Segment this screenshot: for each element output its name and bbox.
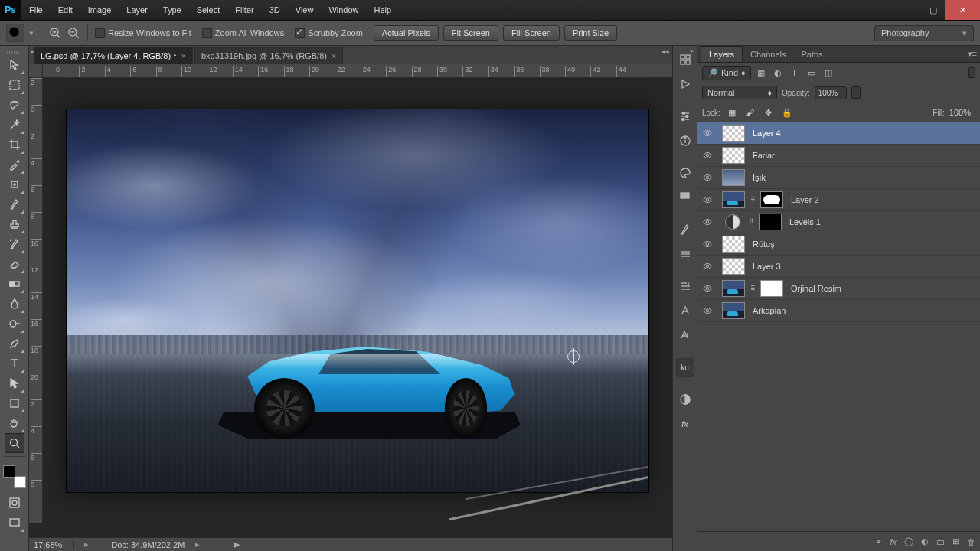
heal-tool[interactable] <box>5 174 24 194</box>
filter-toggle[interactable] <box>968 67 975 78</box>
layer-name[interactable]: Farlar <box>753 151 775 160</box>
link-icon[interactable]: ⠿ <box>748 196 757 204</box>
layer-thumbnail[interactable] <box>725 214 740 230</box>
filter-shape-icon[interactable]: ▭ <box>805 66 818 80</box>
navigator-panel-icon[interactable] <box>676 390 694 409</box>
blend-mode-dropdown[interactable]: Normal♦ <box>702 86 777 99</box>
layer-list[interactable]: Layer 4FarlarIşık⠿Layer 2⠿Levels 1RütuşL… <box>697 122 980 531</box>
zoom-tool[interactable] <box>5 433 24 453</box>
zoom-all-checkbox[interactable]: Zoom All Windows <box>202 28 284 38</box>
brush-presets-icon[interactable] <box>676 245 694 263</box>
menu-filter[interactable]: Filter <box>227 0 261 21</box>
layer-row[interactable]: Işık <box>697 167 980 189</box>
screenmode-toggle[interactable] <box>5 513 24 533</box>
menu-window[interactable]: Window <box>321 0 366 21</box>
expand-left-icon[interactable]: ▸ <box>31 47 34 55</box>
crop-tool[interactable] <box>5 135 24 155</box>
layer-name[interactable]: Rütuş <box>753 240 775 249</box>
layer-row[interactable]: Arkaplan <box>697 300 980 322</box>
menu-file[interactable]: File <box>21 0 51 21</box>
filter-text-icon[interactable]: T <box>788 66 802 80</box>
menu-image[interactable]: Image <box>80 0 119 21</box>
visibility-toggle[interactable] <box>697 300 717 321</box>
color-panel-icon[interactable] <box>676 164 694 182</box>
filter-pixel-icon[interactable]: ▦ <box>754 66 768 80</box>
layer-thumbnail[interactable] <box>722 191 745 208</box>
panel-menu-icon[interactable]: ▾≡ <box>968 49 977 59</box>
layer-row[interactable]: ⠿Layer 2 <box>697 189 980 211</box>
ruler-vertical[interactable]: 2024681012141618202468 <box>29 78 43 523</box>
color-swatches[interactable] <box>3 465 26 488</box>
swatches-panel-icon[interactable] <box>676 188 694 207</box>
link-icon[interactable]: ⠿ <box>748 285 757 292</box>
btn-fill-screen[interactable]: Fill Screen <box>503 25 560 41</box>
workspace-dropdown[interactable]: Photography▾ <box>874 25 974 41</box>
menu-select[interactable]: Select <box>189 0 228 21</box>
blur-tool[interactable] <box>5 294 24 314</box>
close-tab-icon[interactable]: × <box>332 51 336 60</box>
mask-thumbnail[interactable] <box>760 280 783 297</box>
menu-edit[interactable]: Edit <box>51 0 80 21</box>
layer-row[interactable]: ⠿Levels 1 <box>697 211 980 233</box>
zoom-out-icon[interactable] <box>67 26 80 40</box>
adjust-panel-icon[interactable] <box>676 107 694 126</box>
new-layer-icon[interactable]: ⊞ <box>952 536 959 546</box>
move-tool[interactable] <box>5 55 24 75</box>
visibility-toggle[interactable] <box>697 122 717 144</box>
tab-layers[interactable]: Layers <box>701 46 743 62</box>
canvas[interactable] <box>67 109 648 492</box>
brush-tool[interactable] <box>5 194 24 214</box>
close-button[interactable]: ✕ <box>945 0 980 20</box>
fx-panel-icon[interactable]: fx <box>676 415 694 433</box>
layer-thumbnail[interactable] <box>722 236 745 253</box>
document-tab[interactable]: LG.psd @ 17,7% (Layer 4, RGB/8) *× <box>34 47 193 64</box>
layer-thumbnail[interactable] <box>722 280 745 297</box>
layer-name[interactable]: Layer 4 <box>753 129 781 138</box>
paragraph-panel-icon[interactable] <box>676 277 694 295</box>
dodge-tool[interactable] <box>5 314 24 334</box>
layer-name[interactable]: Arkaplan <box>753 306 786 315</box>
shape-tool[interactable] <box>5 393 24 413</box>
tab-paths[interactable]: Paths <box>794 47 831 62</box>
fg-color[interactable] <box>3 465 15 478</box>
group-icon[interactable]: 🗀 <box>936 537 945 546</box>
resize-windows-checkbox[interactable]: Resize Windows to Fit <box>95 28 191 38</box>
zoom-in-icon[interactable] <box>48 26 62 40</box>
link-icon[interactable]: ⠿ <box>746 218 756 226</box>
layer-name[interactable]: Orjinal Resim <box>791 284 841 293</box>
quickmask-toggle[interactable] <box>5 493 24 513</box>
visibility-toggle[interactable] <box>697 189 717 210</box>
lock-position-icon[interactable]: ✥ <box>762 106 776 119</box>
adjustment-icon[interactable]: ◐ <box>921 536 929 546</box>
lock-all-icon[interactable]: 🔒 <box>780 106 794 119</box>
layer-row[interactable]: Layer 4 <box>697 122 980 145</box>
visibility-toggle[interactable] <box>697 278 717 299</box>
mask-thumbnail[interactable] <box>759 214 782 230</box>
layer-thumbnail[interactable] <box>722 147 745 164</box>
ruler-horizontal[interactable]: 0246810121416182022242628303234363840424… <box>43 64 672 78</box>
mask-icon[interactable]: ◯ <box>904 536 913 546</box>
minimize-button[interactable]: — <box>899 0 922 20</box>
menu-help[interactable]: Help <box>367 0 400 21</box>
layer-row[interactable]: ⠿Orjinal Resim <box>697 278 980 300</box>
mask-thumbnail[interactable] <box>760 191 783 208</box>
fill-input[interactable]: 100% <box>949 108 971 117</box>
filter-adjust-icon[interactable]: ◐ <box>771 66 785 80</box>
btn-actual-pixels[interactable]: Actual Pixels <box>374 25 439 41</box>
layer-name[interactable]: Layer 2 <box>791 195 819 204</box>
brush-panel-icon[interactable] <box>676 220 694 239</box>
hand-tool[interactable] <box>5 413 24 433</box>
lock-transparent-icon[interactable]: ▦ <box>725 106 739 119</box>
character-panel-icon[interactable] <box>676 302 694 320</box>
pen-tool[interactable] <box>5 334 24 354</box>
close-tab-icon[interactable]: × <box>181 51 185 60</box>
layer-thumbnail[interactable] <box>722 302 745 319</box>
canvas-viewport[interactable] <box>43 78 672 523</box>
visibility-toggle[interactable] <box>697 211 717 233</box>
eraser-tool[interactable] <box>5 254 24 274</box>
marquee-tool[interactable] <box>5 75 24 95</box>
actions-panel-icon[interactable] <box>676 75 694 93</box>
layer-row[interactable]: Farlar <box>697 145 980 167</box>
stamp-tool[interactable] <box>5 214 24 234</box>
menu-3d[interactable]: 3D <box>262 0 288 21</box>
